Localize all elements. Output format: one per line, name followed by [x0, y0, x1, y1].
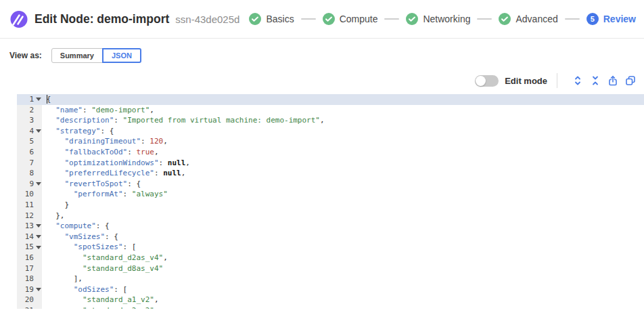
code-line[interactable]: 19 "odSizes": [: [17, 284, 644, 295]
editor-gutter: 10: [17, 189, 42, 200]
line-number: 8: [17, 168, 35, 179]
export-icon[interactable]: [607, 75, 618, 87]
editor-gutter: 19: [17, 284, 42, 295]
line-number: 19: [17, 284, 35, 295]
step-connector: [384, 18, 399, 20]
json-view-button[interactable]: JSON: [102, 48, 141, 63]
node-id: ssn-43de025d: [175, 14, 239, 25]
editor-gutter: 7: [17, 158, 42, 169]
code-line-text: "name": "demo-import",: [42, 105, 644, 116]
editor-gutter: 2: [17, 105, 42, 116]
toolbar-divider: [557, 73, 557, 88]
fold-column: [35, 168, 42, 179]
step-connector: [301, 18, 316, 20]
code-line-text: "standard_a1_v2",: [42, 295, 644, 305]
code-line-text: "optimizationWindows": null,: [42, 158, 644, 169]
line-number: 10: [17, 189, 35, 200]
code-line[interactable]: 4 "strategy": {: [17, 126, 644, 137]
fold-toggle-icon[interactable]: [36, 129, 41, 133]
json-code-editor[interactable]: 1{2 "name": "demo-import",3 "description…: [17, 94, 644, 309]
code-line-text: "standard_d2as_v4",: [42, 253, 644, 263]
fold-toggle-icon[interactable]: [36, 246, 41, 249]
fold-toggle-icon[interactable]: [36, 288, 41, 291]
line-number: 13: [17, 221, 35, 232]
line-number: 17: [17, 263, 35, 274]
editor-gutter: 21: [17, 305, 42, 309]
code-line[interactable]: 2 "name": "demo-import",: [17, 105, 644, 116]
code-line[interactable]: 16 "standard_d2as_v4",: [17, 253, 644, 263]
fold-column: [35, 284, 42, 295]
wizard-header: Edit Node: demo-import ssn-43de025d Basi…: [0, 0, 644, 39]
step-review[interactable]: 5Review: [586, 13, 636, 25]
code-line[interactable]: 3 "description": "Imported from virtual …: [17, 115, 644, 126]
code-line[interactable]: 20 "standard_a1_v2",: [17, 295, 644, 305]
step-compute[interactable]: Compute: [323, 13, 378, 25]
summary-view-button[interactable]: Summary: [51, 48, 103, 63]
fold-column: [35, 189, 42, 200]
copy-icon[interactable]: [624, 75, 636, 87]
code-line-text: "description": "Imported from virtual ma…: [42, 115, 644, 126]
code-line[interactable]: 21 "standard_a2_v2": [17, 305, 644, 309]
code-line-text: }: [42, 200, 644, 211]
step-advanced[interactable]: Advanced: [499, 13, 557, 25]
code-line[interactable]: 7 "optimizationWindows": null,: [17, 158, 644, 169]
editor-gutter: 4: [17, 126, 42, 137]
collapse-all-icon[interactable]: [589, 75, 601, 87]
code-line[interactable]: 14 "vmSizes": {: [17, 232, 644, 242]
fold-column: [35, 200, 42, 211]
fold-toggle-icon[interactable]: [36, 224, 41, 228]
fold-toggle-icon[interactable]: [36, 235, 41, 238]
code-line-text: "standard_d8as_v4": [42, 263, 644, 274]
expand-all-icon[interactable]: [572, 75, 583, 87]
code-line[interactable]: 11 }: [17, 200, 644, 211]
fold-column: [35, 179, 42, 190]
line-number: 3: [17, 115, 35, 126]
code-line[interactable]: 18 ],: [17, 274, 644, 284]
code-line[interactable]: 10 "performAt": "always": [17, 189, 644, 200]
editor-gutter: 13: [17, 221, 42, 232]
code-line[interactable]: 8 "preferredLifecycle": null,: [17, 168, 644, 179]
fold-column: [35, 305, 42, 309]
step-basics[interactable]: Basics: [249, 13, 294, 25]
code-line[interactable]: 17 "standard_d8as_v4": [17, 263, 644, 274]
step-connector: [477, 18, 492, 20]
editor-gutter: 8: [17, 168, 42, 179]
code-line[interactable]: 15 "spotSizes": [: [17, 242, 644, 253]
edit-mode-toggle[interactable]: [475, 75, 499, 87]
code-line-text: "spotSizes": [: [42, 242, 644, 253]
fold-column: [35, 211, 42, 221]
code-line[interactable]: 12 },: [17, 211, 644, 221]
editor-gutter: 11: [17, 200, 42, 211]
code-line-text: "strategy": {: [42, 126, 644, 137]
code-line-text: ],: [42, 274, 644, 284]
code-line-text: "preferredLifecycle": null,: [42, 168, 644, 179]
code-line[interactable]: 9 "revertToSpot": {: [17, 179, 644, 190]
code-line-text: "drainingTimeout": 120,: [42, 136, 644, 147]
line-number: 1: [17, 94, 35, 105]
fold-column: [35, 126, 42, 137]
fold-toggle-icon[interactable]: [36, 98, 41, 101]
step-check-icon: [499, 13, 511, 25]
line-number: 14: [17, 232, 35, 242]
code-line-text: {: [42, 94, 644, 105]
line-number: 6: [17, 147, 35, 158]
step-label: Basics: [266, 14, 294, 24]
fold-column: [35, 274, 42, 284]
line-number: 2: [17, 105, 35, 116]
editor-gutter: 20: [17, 295, 42, 305]
code-line[interactable]: 1{: [17, 94, 644, 105]
view-as-row: View as: Summary JSON: [9, 48, 644, 63]
fold-toggle-icon[interactable]: [36, 182, 41, 186]
code-line[interactable]: 5 "drainingTimeout": 120,: [17, 136, 644, 147]
line-number: 4: [17, 126, 35, 137]
code-line[interactable]: 6 "fallbackToOd": true,: [17, 147, 644, 158]
step-label: Networking: [423, 14, 470, 24]
step-networking[interactable]: Networking: [406, 13, 470, 25]
editor-gutter: 6: [17, 147, 42, 158]
step-label: Review: [603, 14, 636, 24]
line-number: 12: [17, 211, 35, 221]
code-line[interactable]: 13 "compute": {: [17, 221, 644, 232]
code-line-text: "revertToSpot": {: [42, 179, 644, 190]
step-number-badge: 5: [586, 13, 599, 25]
editor-toolbar: Edit mode: [0, 72, 636, 89]
